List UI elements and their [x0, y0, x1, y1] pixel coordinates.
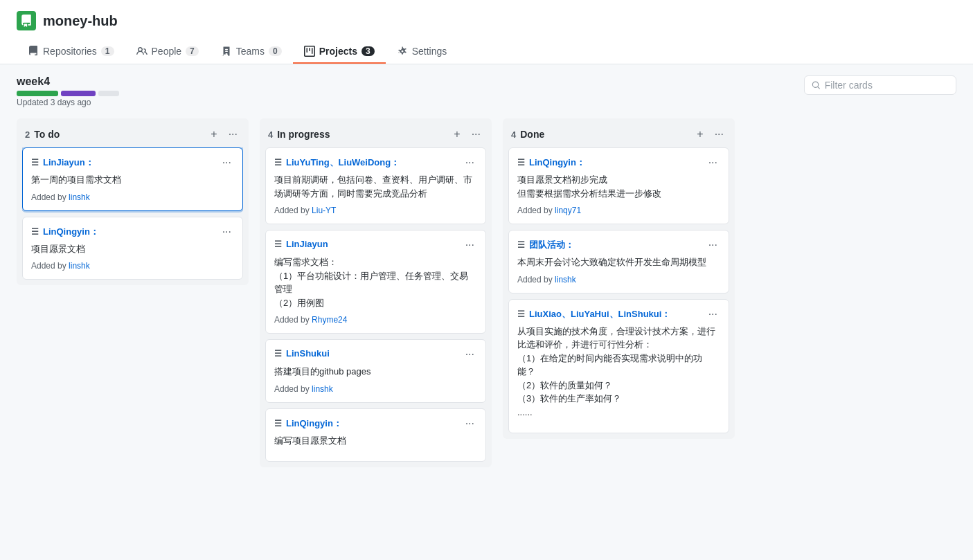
card-8: ☰ 团队活动： ··· 本周末开会讨论大致确定软件开发生命周期模型 Added …	[508, 230, 729, 293]
kanban-board: 2 To do + ··· ☰ LinJiayun： ···	[17, 118, 956, 467]
card-7-header: ☰ LinQingyin： ···	[517, 156, 720, 169]
project-area: week4 Updated 3 days ago 2 To do +	[0, 64, 973, 478]
card-5-body: 搭建项目的github pages	[274, 365, 477, 379]
card-2-footer: Added by linshk	[31, 261, 234, 271]
tab-people[interactable]: People 7	[125, 40, 210, 64]
card-6-header: ☰ LinQingyin： ···	[274, 417, 477, 430]
card-6: ☰ LinQingyin： ··· 编写项目愿景文档	[265, 408, 486, 462]
card-1: ☰ LinJiayun： ··· 第一周的项目需求文档 Added by lin…	[22, 147, 243, 211]
card-3-author: ☰ LiuYuTing、LiuWeiDong：	[274, 156, 400, 169]
add-card-button-todo[interactable]: +	[208, 127, 220, 142]
card-4-footer: Added by Rhyme24	[274, 315, 477, 325]
card-6-author: ☰ LinQingyin：	[274, 417, 342, 430]
card-1-body: 第一周的项目需求文档	[31, 173, 234, 187]
card-2-author: ☰ LinQingyin：	[31, 226, 99, 238]
card-7-body: 项目愿景文档初步完成 但需要根据需求分析结果进一步修改	[517, 173, 720, 200]
card-1-footer: Added by linshk	[31, 192, 234, 202]
card-4-author: ☰ LinJiayun	[274, 239, 328, 249]
nav-tabs: Repositories 1 People 7 Teams 0 Projects…	[17, 40, 956, 64]
filter-cards-input[interactable]	[825, 80, 949, 91]
progress-segment-gray	[98, 91, 119, 96]
card-1-header: ☰ LinJiayun： ···	[31, 156, 234, 169]
card-9: ☰ LiuXiao、LiuYaHui、LinShukui： ··· 从项目实施的…	[508, 299, 729, 434]
doc-icon-9: ☰	[517, 309, 525, 319]
card-9-body: 从项目实施的技术角度，合理设计技术方案，进行比选和评价，并进行可行性分析： （1…	[517, 325, 720, 419]
card-9-header: ☰ LiuXiao、LiuYaHui、LinShukui： ···	[517, 308, 720, 320]
column-title-area-todo: 2 To do	[25, 129, 60, 140]
column-header-inprogress: 4 In progress + ···	[265, 124, 486, 147]
card-9-menu[interactable]: ···	[706, 308, 720, 320]
doc-icon-2: ☰	[31, 227, 39, 237]
tab-settings[interactable]: Settings	[386, 40, 458, 64]
card-7-footer: Added by linqy71	[517, 206, 720, 215]
add-card-button-inprogress[interactable]: +	[451, 127, 463, 142]
progress-segment-purple	[61, 91, 96, 96]
doc-icon-8: ☰	[517, 240, 525, 250]
card-8-menu[interactable]: ···	[706, 239, 720, 251]
card-2-body: 项目愿景文档	[31, 242, 234, 256]
card-3-body: 项目前期调研，包括问卷、查资料、用户调研、市场调研等方面，同时需要完成竞品分析	[274, 173, 477, 200]
doc-icon-6: ☰	[274, 419, 282, 428]
column-menu-done[interactable]: ···	[712, 127, 726, 142]
card-7-menu[interactable]: ···	[706, 156, 720, 169]
column-title-area-done: 4 Done	[511, 129, 544, 140]
add-card-button-done[interactable]: +	[694, 127, 706, 142]
card-7: ☰ LinQingyin： ··· 项目愿景文档初步完成 但需要根据需求分析结果…	[508, 147, 729, 224]
doc-icon: ☰	[31, 158, 39, 168]
card-5-menu[interactable]: ···	[463, 348, 477, 361]
card-8-author: ☰ 团队活动：	[517, 239, 574, 251]
card-2: ☰ LinQingyin： ··· 项目愿景文档 Added by linshk	[22, 217, 243, 280]
card-3: ☰ LiuYuTing、LiuWeiDong： ··· 项目前期调研，包括问卷、…	[265, 147, 486, 224]
column-cards-inprogress: ☰ LiuYuTing、LiuWeiDong： ··· 项目前期调研，包括问卷、…	[265, 147, 486, 462]
column-cards-todo: ☰ LinJiayun： ··· 第一周的项目需求文档 Added by lin…	[22, 147, 243, 280]
column-menu-todo[interactable]: ···	[226, 127, 240, 142]
column-todo: 2 To do + ··· ☰ LinJiayun： ···	[17, 118, 249, 285]
column-header-done: 4 Done + ···	[508, 124, 729, 147]
org-icon	[17, 11, 36, 30]
card-9-author: ☰ LiuXiao、LiuYaHui、LinShukui：	[517, 308, 670, 320]
card-8-footer: Added by linshk	[517, 275, 720, 284]
doc-icon-7: ☰	[517, 158, 525, 168]
tab-repositories[interactable]: Repositories 1	[17, 40, 125, 64]
card-5: ☰ LinShukui ··· 搭建项目的github pages Added …	[265, 339, 486, 403]
card-4-menu[interactable]: ···	[463, 239, 477, 251]
progress-segment-green	[17, 91, 58, 96]
org-title: money-hub	[17, 11, 956, 30]
card-8-header: ☰ 团队活动： ···	[517, 239, 720, 251]
project-header: week4 Updated 3 days ago	[17, 75, 956, 107]
card-1-menu[interactable]: ···	[220, 156, 234, 169]
column-header-todo: 2 To do + ···	[22, 124, 243, 147]
project-title: week4	[17, 75, 119, 88]
project-updated: Updated 3 days ago	[17, 98, 119, 107]
column-menu-inprogress[interactable]: ···	[469, 127, 483, 142]
column-title-area-inprogress: 4 In progress	[268, 129, 330, 140]
card-6-body: 编写项目愿景文档	[274, 434, 477, 448]
doc-icon-4: ☰	[274, 240, 282, 249]
doc-icon-3: ☰	[274, 158, 282, 168]
card-4-header: ☰ LinJiayun ···	[274, 239, 477, 251]
project-info: week4 Updated 3 days ago	[17, 75, 119, 107]
card-4-body: 编写需求文档： （1）平台功能设计：用户管理、任务管理、交易管理 （2）用例图	[274, 255, 477, 309]
card-8-body: 本周末开会讨论大致确定软件开发生命周期模型	[517, 255, 720, 269]
column-actions-done: + ···	[694, 127, 726, 142]
card-2-menu[interactable]: ···	[220, 226, 234, 238]
card-3-header: ☰ LiuYuTing、LiuWeiDong： ···	[274, 156, 477, 169]
card-4: ☰ LinJiayun ··· 编写需求文档： （1）平台功能设计：用户管理、任…	[265, 230, 486, 334]
card-2-header: ☰ LinQingyin： ···	[31, 226, 234, 238]
doc-icon-5: ☰	[274, 349, 282, 359]
card-3-footer: Added by Liu-YT	[274, 206, 477, 215]
filter-cards-container[interactable]	[804, 75, 956, 95]
card-3-menu[interactable]: ···	[463, 156, 477, 169]
card-1-author: ☰ LinJiayun：	[31, 156, 94, 169]
column-cards-done: ☰ LinQingyin： ··· 项目愿景文档初步完成 但需要根据需求分析结果…	[508, 147, 729, 433]
card-6-menu[interactable]: ···	[463, 417, 477, 430]
card-7-author: ☰ LinQingyin：	[517, 156, 585, 169]
column-done: 4 Done + ··· ☰ LinQingyin： ···	[503, 118, 735, 439]
tab-teams[interactable]: Teams 0	[210, 40, 293, 64]
search-icon	[812, 80, 821, 90]
card-5-footer: Added by linshk	[274, 384, 477, 394]
tab-projects[interactable]: Projects 3	[293, 40, 386, 64]
progress-bar	[17, 91, 119, 96]
card-5-author: ☰ LinShukui	[274, 348, 330, 359]
column-actions-inprogress: + ···	[451, 127, 483, 142]
